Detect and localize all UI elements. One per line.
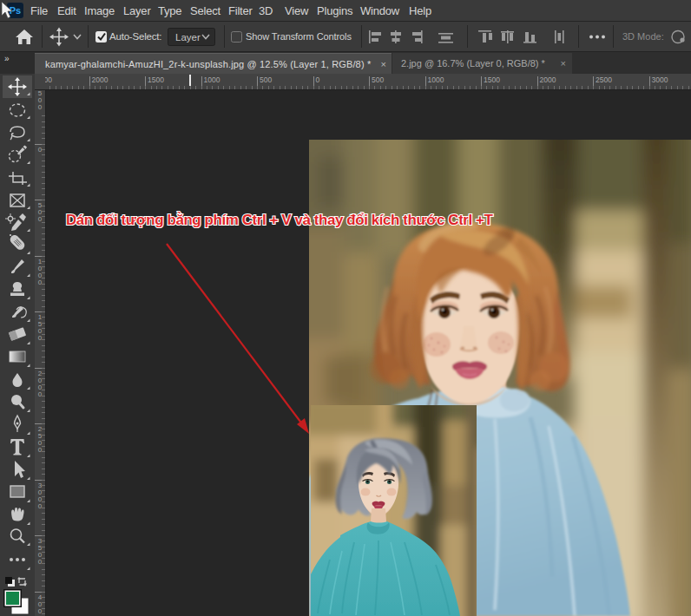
svg-text:3D Mode:: 3D Mode: [622, 31, 664, 42]
svg-text:Dán đối tượng bằng phím Ctrl +: Dán đối tượng bằng phím Ctrl + V và thay… [66, 212, 494, 228]
